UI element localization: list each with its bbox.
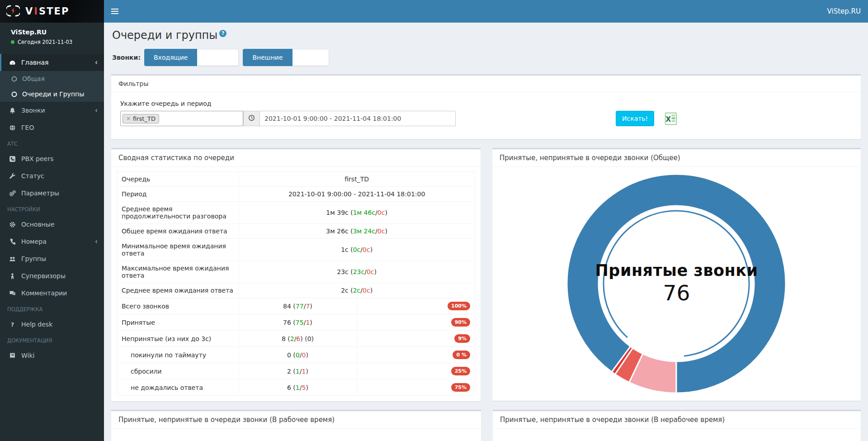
donut-chart bbox=[492, 167, 861, 401]
sidebar-subitem-queues-groups[interactable]: Очереди и Группы bbox=[0, 86, 104, 102]
sidebar-item-bell[interactable]: Звонки‹ bbox=[0, 102, 104, 119]
toggle-external-calls[interactable]: Внешние bbox=[243, 49, 329, 66]
stat-percent-cell: 75% bbox=[357, 379, 475, 396]
person-icon bbox=[9, 273, 16, 280]
question-icon: ? bbox=[9, 321, 16, 328]
nonworktime-chart-title: Принятые, непринятые в очереди звонки (В… bbox=[493, 411, 861, 429]
table-row: Минимальное время ожидания ответа1с (0с/… bbox=[117, 239, 475, 261]
sidebar-item-globe[interactable]: ГЕО bbox=[0, 119, 104, 136]
donut-inner-ring bbox=[604, 211, 749, 356]
sidebar-item-label: Группы bbox=[21, 255, 46, 262]
period-input[interactable] bbox=[259, 111, 456, 126]
table-row: Среднее время ожидания ответа2с (2с/0с) bbox=[117, 283, 475, 298]
toggle-incoming-active-label: Входящие bbox=[144, 49, 197, 66]
search-button[interactable]: Искать! bbox=[616, 111, 654, 126]
gauge-icon bbox=[9, 59, 16, 66]
sidebar-item-gauge[interactable]: Главная‹ bbox=[0, 54, 104, 71]
chevron-left-icon: ‹ bbox=[95, 60, 98, 65]
status-badge: 75% bbox=[451, 383, 470, 392]
chevron-left-icon: ‹ bbox=[95, 239, 98, 244]
sidebar-item-book[interactable]: Wiki bbox=[0, 347, 104, 364]
table-row: Период2021-10-01 9:00:00 - 2021-11-04 18… bbox=[117, 187, 475, 202]
sidebar-item-phone-square[interactable]: PBX peers bbox=[0, 150, 104, 167]
stat-label: Принятые bbox=[117, 314, 239, 331]
table-row: Максимальное время ожидания ответа23с (2… bbox=[117, 261, 475, 283]
donut-chart-title: Принятые, непринятые в очереди звонки (О… bbox=[492, 149, 861, 167]
remove-tag-icon[interactable]: × bbox=[126, 115, 131, 122]
stat-label: сбросили bbox=[117, 363, 239, 379]
sidebar: VISTEP ViStep.RU Сегодня 2021-11-03 Глав… bbox=[0, 0, 104, 441]
sidebar-toggle-button[interactable] bbox=[104, 0, 126, 23]
wrench-icon bbox=[9, 173, 16, 180]
sidebar-section-header: ПОДДЕРЖКА bbox=[0, 302, 104, 316]
sidebar-item-label: Комментарии bbox=[21, 289, 67, 297]
content-area: Очереди и группы? Звонки: Входящие Внешн… bbox=[104, 0, 868, 441]
sidebar-item-label: ГЕО bbox=[21, 124, 34, 131]
donut-chart-panel: Принятые, непринятые в очереди звонки (О… bbox=[492, 148, 861, 401]
toggle-external-active-label: Внешние bbox=[243, 49, 292, 66]
sidebar-subitem-general[interactable]: Общая bbox=[0, 71, 104, 86]
navbar-brand-link[interactable]: ViStep.RU bbox=[827, 7, 868, 15]
user-panel: ViStep.RU Сегодня 2021-11-03 bbox=[0, 23, 104, 52]
stat-value: 3м 26с (3м 24с/0с) bbox=[239, 224, 475, 239]
stat-value: 1с (0с/0с) bbox=[239, 239, 475, 261]
sidebar-subitem-label: Очереди и Группы bbox=[22, 90, 84, 98]
worktime-chart-panel: Принятые, непринятые в очереди звонки (В… bbox=[111, 410, 481, 441]
filters-body: Укажите очередь и период × first_TD bbox=[111, 92, 861, 139]
stat-label: Очередь bbox=[117, 172, 239, 187]
stat-value: 2 (1/1) bbox=[239, 363, 357, 379]
stat-label: Непринятые (из них до 3с) bbox=[117, 331, 239, 347]
table-row: не дождались ответа6 (1/5)75% bbox=[117, 379, 475, 396]
toggle-incoming-calls[interactable]: Входящие bbox=[144, 49, 239, 66]
sidebar-item-phone[interactable]: Номера‹ bbox=[0, 233, 104, 250]
excel-export-icon[interactable]: X bbox=[664, 112, 678, 126]
book-icon bbox=[9, 352, 16, 359]
stat-value: 0 (0/0) bbox=[239, 347, 357, 363]
sidebar-item-label: Номера bbox=[21, 238, 47, 245]
svg-text:X: X bbox=[666, 115, 671, 123]
help-icon[interactable]: ? bbox=[219, 30, 226, 37]
stat-label: Период bbox=[117, 187, 239, 202]
nonworktime-chart-panel: Принятые, непринятые в очереди звонки (В… bbox=[493, 410, 861, 441]
sidebar-item-gears[interactable]: Параметры bbox=[0, 185, 104, 202]
stat-value: 2с (2с/0с) bbox=[239, 283, 475, 298]
logo-text: VISTEP bbox=[25, 6, 69, 17]
sidebar-menu: Главная‹ОбщаяОчереди и ГруппыЗвонки‹ГЕОА… bbox=[0, 54, 104, 364]
sidebar-item-gear[interactable]: Основные bbox=[0, 216, 104, 233]
stat-label: Всего звонков bbox=[117, 298, 239, 314]
status-badge: 0 % bbox=[453, 351, 470, 359]
phone-icon bbox=[9, 238, 16, 245]
table-row: Непринятые (из них до 3с)8 (2/6) (0)9% bbox=[117, 331, 475, 347]
sidebar-item-label: Help desk bbox=[21, 321, 52, 328]
logo[interactable]: VISTEP bbox=[0, 0, 104, 23]
stat-value: 84 (77/7) bbox=[239, 298, 357, 314]
sidebar-section-header: АТС bbox=[0, 136, 104, 150]
gears-icon bbox=[9, 190, 16, 197]
sidebar-item-wrench[interactable]: Статус bbox=[0, 167, 104, 185]
calls-type-row: Звонки: Входящие Внешние bbox=[112, 49, 861, 66]
sidebar-item-comments[interactable]: Комментарии bbox=[0, 285, 104, 302]
sidebar-item-label: PBX peers bbox=[21, 155, 53, 162]
filters-panel-title: Фильтры bbox=[111, 76, 861, 92]
stat-percent-cell: 100% bbox=[357, 298, 475, 314]
circle-icon bbox=[11, 76, 18, 82]
sidebar-item-question[interactable]: ?Help desk bbox=[0, 316, 104, 333]
filters-hint: Укажите очередь и период bbox=[120, 100, 852, 107]
sidebar-item-users[interactable]: Группы bbox=[0, 250, 104, 267]
sidebar-item-label: Основные bbox=[21, 221, 55, 228]
filters-input-row: × first_TD Искать! bbox=[120, 111, 852, 126]
stat-percent-cell: 0 % bbox=[357, 347, 475, 363]
stat-percent-cell: 9% bbox=[357, 331, 475, 347]
top-navbar: ViStep.RU bbox=[104, 0, 868, 23]
table-row: покинули по таймауту0 (0/0)0 % bbox=[117, 347, 475, 363]
sidebar-item-person[interactable]: Супервизоры bbox=[0, 267, 104, 285]
queue-select[interactable]: × first_TD bbox=[120, 111, 243, 126]
sidebar-item-label: Параметры bbox=[21, 190, 59, 197]
stat-value: 1м 39с (1м 46с/0с) bbox=[239, 202, 475, 224]
status-badge: 100% bbox=[448, 302, 470, 310]
stat-value: 6 (1/5) bbox=[239, 379, 357, 396]
stat-percent-cell: 90% bbox=[357, 314, 475, 331]
gear-icon bbox=[9, 221, 16, 228]
status-badge: 9% bbox=[454, 334, 470, 343]
donut-chart-body: Принятые звонки 76 bbox=[492, 167, 861, 401]
